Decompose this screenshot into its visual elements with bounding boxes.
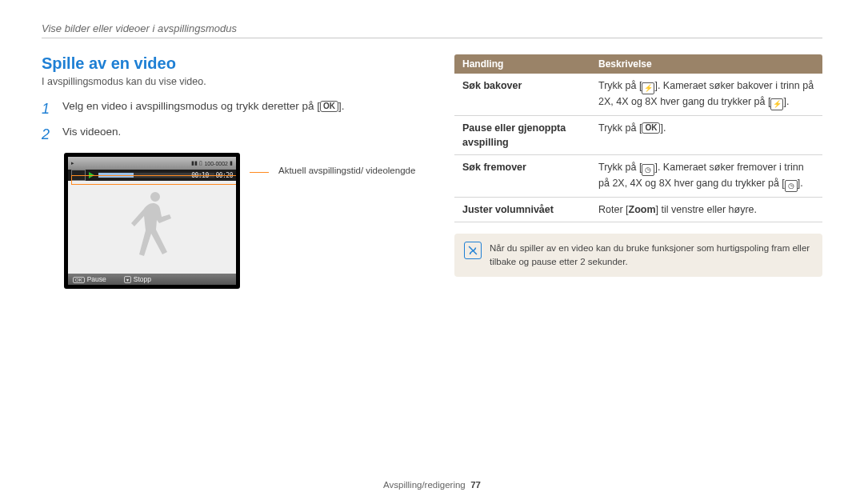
note-box: Når du spiller av en video kan du bruke … [454,234,822,276]
note-text: Når du spiller av en video kan du bruke … [490,242,813,268]
divider [42,38,822,38]
ok-icon: OK [642,122,660,134]
screenshot-top-bar: ▸ ▮▮▯100-0002▮ [68,157,236,170]
intro-text: I avspillingsmodus kan du vise video. [42,76,418,87]
figure-caption: Aktuell avspillingstid/ videolengde [278,165,415,178]
step-text: Vis videoen. [62,124,121,145]
table-row: Juster volumnivået Roter [Zoom] til vens… [454,198,822,222]
callout-leader [250,172,269,173]
page-title: Spille av en video [42,54,418,73]
step-list: 1 Velg en video i avspillingsmodus og tr… [42,98,418,145]
time-display: 00:10 00:20 [191,170,233,181]
timer-icon: ◷ [642,164,654,176]
left-column: Spille av en video I avspillingsmodus ka… [42,54,418,289]
down-key-icon: ▾ [124,276,131,283]
table-row: Søk bakover Trykk på [⚡]. Kameraet søker… [454,74,822,116]
actions-table: Handling Beskrivelse Søk bakover Trykk p… [454,54,822,222]
step-text: Velg en video i avspillingsmodus og tryk… [62,98,344,119]
page-footer: Avspilling/redigering 77 [0,480,864,490]
note-icon [464,242,482,259]
flash-icon: ⚡ [770,98,783,110]
table-row: Pause eller gjenoppta avspilling Trykk p… [454,116,822,155]
step-number: 1 [42,98,53,119]
table-row: Søk fremover Trykk på [◷]. Kameraet søke… [454,155,822,198]
flash-icon: ⚡ [642,82,654,94]
dancer-silhouette-icon [123,187,181,267]
ok-icon: OK [320,101,338,112]
play-icon [89,172,94,178]
table-header: Beskrivelse [590,54,822,74]
camera-screenshot: ▸ ▮▮▯100-0002▮ 00:10 00:20 [64,153,240,289]
screenshot-bottom-bar: OKPause ▾Stopp [68,274,236,285]
video-area [68,181,236,274]
ok-key-icon: OK [73,277,85,283]
table-header: Handling [454,54,590,74]
thumbnail-icon [71,170,86,181]
right-column: Handling Beskrivelse Søk bakover Trykk p… [454,54,822,289]
timer-icon: ◷ [785,180,798,192]
step-number: 2 [42,124,53,145]
breadcrumb: Vise bilder eller videoer i avspillingsm… [42,22,822,34]
